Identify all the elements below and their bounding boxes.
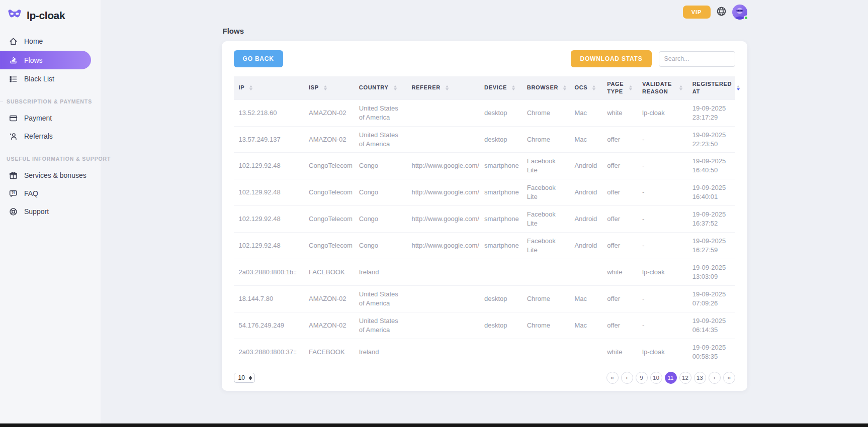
brand[interactable]: lp-cloak bbox=[0, 5, 101, 32]
cell-country: Congo bbox=[354, 206, 407, 233]
gift-icon bbox=[9, 171, 18, 180]
page-size-value: 10 bbox=[238, 374, 245, 381]
sort-icon[interactable] bbox=[512, 85, 515, 90]
download-stats-button[interactable]: DOWNLOAD STATS bbox=[571, 50, 651, 67]
sort-icon[interactable] bbox=[629, 85, 632, 90]
sidebar-item-flows[interactable]: Flows bbox=[0, 51, 91, 69]
flows-table: IPISPCOUNTRYREFERERDEVICEBROWSEROCSPAGE … bbox=[234, 76, 735, 365]
cell-registered_at: 19-09-2025 13:03:09 bbox=[687, 259, 735, 285]
table-body: 13.52.218.60AMAZON-02United States of Am… bbox=[234, 99, 735, 365]
cell-validate_reason: - bbox=[637, 233, 687, 259]
go-back-button[interactable]: GO BACK bbox=[234, 50, 283, 67]
table-row: 13.52.218.60AMAZON-02United States of Am… bbox=[234, 99, 735, 126]
sort-icon[interactable] bbox=[446, 85, 449, 90]
column-header-device[interactable]: DEVICE bbox=[479, 76, 522, 99]
page-button-10[interactable]: 10 bbox=[650, 372, 662, 384]
sidebar-item-home[interactable]: Home bbox=[0, 33, 101, 50]
cell-ocs: Mac bbox=[569, 126, 602, 153]
sort-icon[interactable] bbox=[563, 85, 566, 90]
cell-registered_at: 19-09-2025 00:58:35 bbox=[687, 339, 735, 365]
cell-page_type: offer bbox=[602, 206, 637, 233]
page-size-select[interactable]: 10 bbox=[234, 373, 255, 383]
page-button-13[interactable]: 13 bbox=[694, 372, 706, 384]
sort-icon[interactable] bbox=[249, 85, 252, 90]
cell-referer: http://www.google.com/ bbox=[406, 153, 479, 179]
column-label: VALIDATE REASON bbox=[642, 80, 674, 95]
table-row: 2a03:2880:f800:1b::FACEBOOKIrelandwhitel… bbox=[234, 259, 735, 285]
column-header-browser[interactable]: BROWSER bbox=[522, 76, 570, 99]
vip-button[interactable]: VIP bbox=[683, 6, 711, 19]
cell-referer bbox=[406, 126, 479, 153]
prev-page-button[interactable]: ‹ bbox=[621, 372, 633, 384]
cell-device: smartphone bbox=[479, 206, 522, 233]
cell-validate_reason: lp-cloak bbox=[637, 339, 687, 365]
cell-device bbox=[479, 259, 522, 285]
cell-page_type: white bbox=[602, 99, 637, 126]
stepper-icon bbox=[249, 376, 252, 380]
cell-browser bbox=[522, 339, 570, 365]
cell-device: desktop bbox=[479, 312, 522, 339]
cell-ocs: Android bbox=[569, 153, 602, 179]
brand-name: lp-cloak bbox=[27, 10, 65, 22]
online-status-dot bbox=[744, 16, 748, 20]
column-header-ip[interactable]: IP bbox=[234, 76, 304, 99]
sidebar-item-services-bonuses[interactable]: Services & bonuses bbox=[0, 167, 101, 184]
sidebar-item-faq[interactable]: ?!FAQ bbox=[0, 185, 101, 202]
next-page-button[interactable]: › bbox=[709, 372, 721, 384]
table-row: 2a03:2880:f800:37::FACEBOOKIrelandwhitel… bbox=[234, 339, 735, 365]
sidebar-item-label: Payment bbox=[24, 114, 52, 122]
cell-ip: 2a03:2880:f800:37:: bbox=[234, 339, 304, 365]
cell-referer bbox=[406, 285, 479, 312]
sidebar-item-payment[interactable]: Payment bbox=[0, 110, 101, 127]
sort-icon[interactable] bbox=[679, 85, 682, 90]
cell-ocs bbox=[569, 259, 602, 285]
sidebar-item-label: Flows bbox=[24, 56, 43, 64]
column-header-page_type[interactable]: PAGE TYPE bbox=[602, 76, 637, 99]
first-page-button[interactable]: « bbox=[606, 372, 619, 384]
cell-page_type: white bbox=[602, 259, 637, 285]
page-button-12[interactable]: 12 bbox=[679, 372, 691, 384]
sort-icon[interactable] bbox=[737, 85, 740, 90]
column-header-isp[interactable]: ISP bbox=[304, 76, 354, 99]
cell-validate_reason: - bbox=[637, 153, 687, 179]
cell-validate_reason: lp-cloak bbox=[637, 99, 687, 126]
sort-icon[interactable] bbox=[394, 85, 397, 90]
sidebar-item-referrals[interactable]: Referrals bbox=[0, 128, 101, 145]
column-header-registered_at[interactable]: REGISTERED AT bbox=[687, 76, 735, 99]
cell-browser: Chrome bbox=[522, 312, 570, 339]
search-input[interactable] bbox=[659, 51, 735, 67]
column-header-validate_reason[interactable]: VALIDATE REASON bbox=[637, 76, 687, 99]
cell-page_type: offer bbox=[602, 153, 637, 179]
language-button[interactable] bbox=[716, 6, 727, 18]
card-toolbar: GO BACK DOWNLOAD STATS bbox=[234, 50, 735, 67]
sort-icon[interactable] bbox=[592, 85, 595, 90]
column-header-country[interactable]: COUNTRY bbox=[354, 76, 407, 99]
cell-device: desktop bbox=[479, 285, 522, 312]
sidebar-section-header: USEFUL INFORMATION & SUPPORT bbox=[0, 156, 101, 162]
cell-device: smartphone bbox=[479, 179, 522, 206]
sidebar-item-black-list[interactable]: Black List bbox=[0, 70, 101, 87]
last-page-button[interactable]: » bbox=[723, 372, 735, 384]
cell-registered_at: 19-09-2025 07:09:26 bbox=[687, 285, 735, 312]
table-row: 102.129.92.48CongoTelecomCongohttp://www… bbox=[234, 153, 735, 179]
page-button-9[interactable]: 9 bbox=[636, 372, 648, 384]
column-header-referer[interactable]: REFERER bbox=[406, 76, 479, 99]
cell-ip: 102.129.92.48 bbox=[234, 179, 304, 206]
cell-isp: FACEBOOK bbox=[304, 259, 354, 285]
avatar[interactable] bbox=[732, 5, 747, 20]
column-label: REFERER bbox=[411, 84, 440, 91]
cell-ip: 102.129.92.48 bbox=[234, 153, 304, 179]
table-row: 18.144.7.80AMAZON-02United States of Ame… bbox=[234, 285, 735, 312]
cell-isp: FACEBOOK bbox=[304, 339, 354, 365]
cell-referer: http://www.google.com/ bbox=[406, 233, 479, 259]
page-button-11[interactable]: 11 bbox=[665, 372, 677, 384]
cell-validate_reason: - bbox=[637, 126, 687, 153]
sort-icon[interactable] bbox=[324, 85, 327, 90]
flows-icon bbox=[9, 55, 18, 65]
column-header-ocs[interactable]: OCS bbox=[569, 76, 602, 99]
app-window: lp-cloak HomeFlowsBlack ListSUBSCRIPTION… bbox=[0, 0, 868, 423]
cell-device: smartphone bbox=[479, 233, 522, 259]
cell-isp: AMAZON-02 bbox=[304, 312, 354, 339]
sidebar-item-support[interactable]: Support bbox=[0, 203, 101, 220]
cell-validate_reason: - bbox=[637, 312, 687, 339]
